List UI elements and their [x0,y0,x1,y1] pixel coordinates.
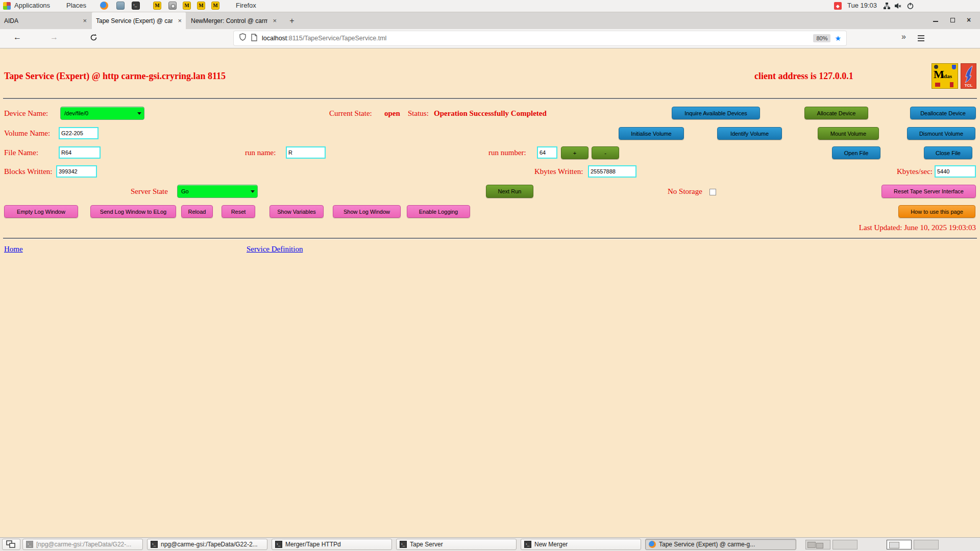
file-manager-icon[interactable] [116,2,125,10]
zoom-level-badge[interactable]: 80% [813,34,830,42]
deallocate-device-button[interactable]: Deallocate Device [910,107,976,119]
tab-close-icon[interactable] [79,17,87,24]
blocks-written-input[interactable] [56,165,97,178]
kbytes-per-sec-input[interactable] [935,165,976,178]
tcl-logo: TCL [961,63,976,89]
how-to-use-this-page-button[interactable]: How to use this page [898,205,975,218]
reset-button[interactable]: Reset [222,205,255,218]
empty-log-window-button[interactable]: Empty Log Window [4,205,78,218]
kbytes-written-input[interactable] [588,165,636,178]
window-maximize-button[interactable] [950,17,958,24]
taskbar-task-new-merger[interactable]: New Merger [521,539,641,550]
midas-launcher-icon[interactable] [211,2,219,10]
terminal-icon [275,541,282,548]
taskbar-task-tape-service-firefox[interactable]: Tape Service (Expert) @ carme-g... [645,539,796,550]
run-name-input[interactable] [286,146,326,159]
blocks-written-label: Blocks Written: [4,167,53,176]
workspace-2-cell[interactable] [832,540,857,549]
open-file-button[interactable]: Open File [832,146,880,159]
reload-icon[interactable] [90,34,97,43]
send-log-window-to-elog-button[interactable]: Send Log Window to ELog [90,205,176,218]
taskbar-task-merger-httpd[interactable]: Merger/Tape HTTPd [272,539,392,550]
applications-menu-icon[interactable] [3,2,11,10]
forward-icon[interactable]: → [50,33,58,42]
bookmark-star-icon[interactable]: ★ [835,34,841,42]
identify-volume-button[interactable]: Identify Volume [717,127,782,140]
tab-close-icon[interactable] [268,17,277,24]
page-info-icon[interactable] [251,34,257,43]
close-file-button[interactable]: Close File [924,146,972,159]
workspace-3-cell-active[interactable] [887,540,912,549]
chevron-down-icon [137,112,141,115]
volume-muted-icon[interactable] [894,2,902,10]
screencast-indicator-icon[interactable]: ◆ [834,2,842,10]
firefox-launcher-icon[interactable] [100,2,108,10]
back-icon[interactable]: ← [13,33,21,42]
workspace-1-cell[interactable] [805,540,830,549]
mount-volume-button[interactable]: Mount Volume [818,127,879,140]
kbytes-per-sec-label: Kbytes/sec: [897,167,933,176]
window-minimize-button[interactable] [933,17,940,24]
window-close-button[interactable] [967,17,974,24]
terminal-icon [400,541,407,548]
midas-launcher-icon[interactable] [197,2,205,10]
chevron-down-icon [251,190,255,193]
run-number-decrement-button[interactable]: - [592,146,619,159]
workspace-4-cell[interactable] [914,540,939,549]
midas-launcher-icon[interactable] [183,2,191,10]
menu-hamburger-icon[interactable] [918,35,924,41]
power-icon[interactable] [906,2,915,10]
inquire-available-devices-button[interactable]: Inquire Available Devices [672,107,760,119]
show-variables-button[interactable]: Show Variables [270,205,324,218]
tab-title: Tape Service (Expert) @ carm [96,17,173,24]
midas-launcher-icon[interactable] [153,2,161,10]
applications-menu[interactable]: Applications [14,2,50,9]
shield-icon[interactable] [239,33,247,43]
enable-logging-button[interactable]: Enable Logging [407,205,470,218]
terminal-icon [524,541,531,548]
url-text[interactable]: localhost:8115/TapeService/TapeService.t… [262,35,386,42]
server-state-select[interactable]: Go [177,185,258,198]
taskbar: [npg@carme-gsi:/TapeData/G22-... npg@car… [0,537,980,551]
browser-tab-bar: AIDA Tape Service (Expert) @ carm NewMer… [0,12,980,29]
terminal-launcher-icon[interactable] [132,2,140,10]
initialise-volume-button[interactable]: Initialise Volume [619,127,684,140]
task-label: npg@carme-gsi:/TapeData/G22-2... [161,541,258,548]
screenshot-tool-icon[interactable] [168,2,177,10]
new-tab-button[interactable] [287,16,297,26]
reset-tape-server-interface-button[interactable]: Reset Tape Server Interface [881,185,976,198]
reload-button[interactable]: Reload [181,205,213,218]
no-storage-checkbox[interactable] [709,189,716,195]
taskbar-task-tape-server[interactable]: Tape Server [396,539,517,550]
service-definition-link[interactable]: Service Definition [247,245,303,254]
firefox-icon [649,541,656,548]
browser-nav-bar: ← → localhost:8115/TapeService/TapeServi… [0,29,980,48]
tab-aida[interactable]: AIDA [0,12,91,29]
url-bar[interactable]: localhost:8115/TapeService/TapeService.t… [234,31,846,45]
tab-tape-service[interactable]: Tape Service (Expert) @ carm [92,12,186,29]
show-desktop-button[interactable] [2,539,20,550]
tape-service-page: Tape Service (Expert) @ http carme-gsi.c… [0,48,980,537]
tab-newmerger[interactable]: NewMerger: Control @ carm [187,12,281,29]
overflow-chevrons-icon[interactable]: » [901,32,906,41]
network-icon[interactable] [883,2,891,10]
device-name-select[interactable]: /dev/file/0 [60,107,144,120]
allocate-device-button[interactable]: Allocate Device [804,107,868,119]
show-log-window-button[interactable]: Show Log Window [333,205,401,218]
run-number-input[interactable] [537,146,557,159]
server-state-value: Go [181,188,189,194]
taskbar-task-terminal-2[interactable]: npg@carme-gsi:/TapeData/G22-2... [147,539,267,550]
dismount-volume-button[interactable]: Dismount Volume [907,127,975,140]
places-menu[interactable]: Places [66,2,86,9]
url-path: :8115/TapeService/TapeService.tml [287,35,386,42]
taskbar-task-terminal-1[interactable]: [npg@carme-gsi:/TapeData/G22-... [22,539,143,550]
volume-name-input[interactable] [59,127,99,139]
file-name-input[interactable] [59,146,101,159]
clock[interactable]: Tue 19:03 [847,2,877,9]
next-run-button[interactable]: Next Run [486,185,533,198]
run-number-label: run number: [488,148,526,157]
tab-close-icon[interactable] [174,17,182,24]
run-number-increment-button[interactable]: + [561,146,589,159]
tab-title: AIDA [4,17,18,24]
home-link[interactable]: Home [4,245,23,254]
